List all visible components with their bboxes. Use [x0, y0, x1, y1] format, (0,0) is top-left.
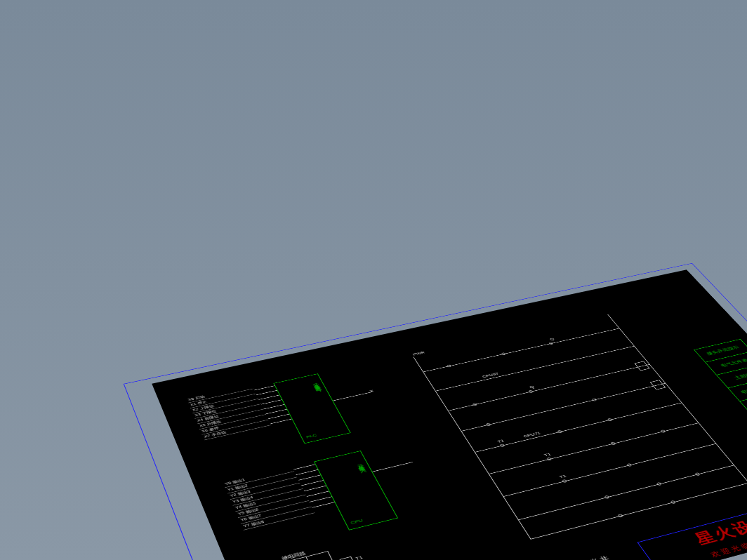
wire [327, 551, 353, 560]
rail-label-pwr: PWR [412, 351, 425, 356]
break-mark: ✕ [369, 389, 375, 393]
wire [304, 486, 326, 491]
wire [254, 385, 275, 390]
wire [258, 395, 279, 400]
contact-label: Q [529, 385, 535, 389]
rung [518, 465, 734, 521]
rung [503, 444, 715, 497]
rung [461, 383, 665, 432]
sheet-index-legend: 接头开关指示 电气元件表 主回路图 电气元件布置 控制电路图 接线端子表 PLC… [694, 339, 747, 472]
ladder-left-rail [413, 356, 531, 539]
relay-coil [340, 556, 357, 560]
relay-section-label: 继电回路 [281, 550, 307, 560]
wire [268, 414, 289, 419]
contact [501, 352, 506, 355]
viewport-3d: X0 启动 X1 停止 X2 上限位 X3 下限位 X4 前限位 X5 后限位 … [0, 0, 747, 560]
wire [298, 475, 321, 481]
wire [296, 469, 317, 475]
contact-label: T1 [496, 439, 505, 444]
ladder-right-rail [607, 314, 747, 483]
contact [604, 495, 609, 499]
contact [447, 364, 451, 367]
contact-label: Q [549, 337, 555, 341]
wire [372, 462, 413, 472]
wire [293, 465, 315, 470]
drawing-plane[interactable]: X0 启动 X1 停止 X2 上限位 X3 下限位 X4 前限位 X5 后限位 … [152, 269, 747, 560]
wire [270, 419, 291, 424]
contact [626, 463, 632, 467]
wire [261, 399, 282, 404]
sheet-number-label: 第五张 共 [571, 554, 612, 560]
wire [256, 390, 277, 395]
rung [475, 403, 682, 453]
wire [305, 556, 331, 560]
wire [310, 496, 332, 502]
drawing-sheet: X0 启动 X1 停止 X2 上限位 X3 下限位 X4 前限位 X5 后限位 … [152, 269, 747, 560]
block1-title: 开关量输入信号 [310, 380, 319, 387]
wire [312, 502, 335, 507]
contact [694, 472, 700, 476]
watermark-line2: 欢迎光临 www.gse.cn [654, 509, 747, 560]
rung [448, 364, 649, 411]
contact [472, 403, 478, 406]
contact [499, 444, 505, 447]
coil-label: T1 [355, 555, 364, 560]
plc-input-block-2: 开关量输入 CPU [314, 451, 398, 531]
block2-id: CPU [350, 519, 364, 526]
rung [489, 422, 699, 474]
contact [656, 482, 662, 486]
wire [284, 551, 328, 560]
block1-id: PLC [305, 434, 317, 440]
wire [263, 404, 284, 409]
rung [435, 346, 635, 392]
title-block-frame [637, 484, 747, 560]
wire [301, 480, 324, 486]
rung [423, 328, 619, 373]
wire [307, 491, 329, 497]
